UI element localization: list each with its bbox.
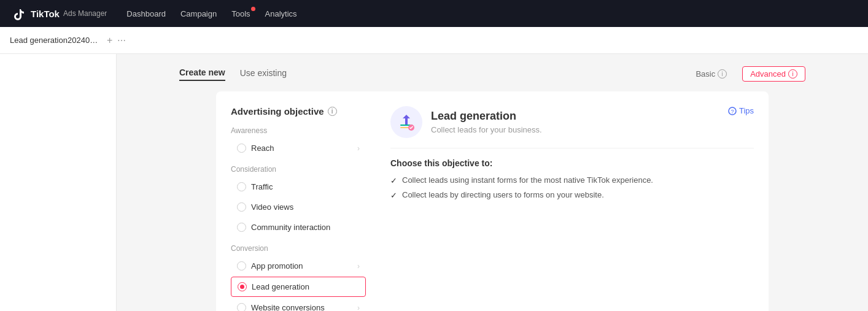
basic-label: Basic [696, 69, 715, 79]
advanced-label: Advanced [750, 69, 786, 79]
radio-website-conversions [237, 303, 246, 311]
nav-tools[interactable]: Tools [231, 9, 250, 18]
nav-links: Dashboard Campaign Tools Analytics [126, 9, 296, 18]
chevron-website-conversions: › [357, 304, 360, 312]
check-text-1: Collect leads using instant forms for th… [402, 175, 653, 185]
checklist-item-2: ✓ Collect leads by directing users to fo… [390, 190, 754, 200]
objective-panel-title: Advertising objective i [231, 106, 366, 117]
radio-video-views [237, 202, 246, 212]
svg-rect-3 [400, 127, 409, 128]
brand-logo: TikTok Ads Manager [10, 5, 107, 22]
nav-dashboard[interactable]: Dashboard [126, 9, 166, 18]
brand-subtitle: Ads Manager [63, 9, 107, 18]
section-conversion: Conversion [231, 244, 366, 253]
radio-lead-generation [238, 282, 247, 291]
nav-campaign[interactable]: Campaign [180, 9, 217, 18]
lead-gen-icon [390, 106, 422, 138]
objective-card: Advertising objective i Awareness Reach … [216, 91, 769, 311]
chevron-app-promotion: › [357, 262, 360, 271]
chevron-reach: › [357, 144, 360, 153]
tiktok-icon [10, 5, 27, 22]
basic-info-icon[interactable]: i [718, 69, 727, 79]
objective-panel: Advertising objective i Awareness Reach … [231, 106, 366, 311]
basic-mode-button[interactable]: Basic i [688, 66, 735, 82]
detail-header: Lead generation Collect leads for your b… [390, 106, 754, 138]
mode-tabs: Create new Use existing [179, 67, 287, 81]
tips-button[interactable]: ? Tips [728, 106, 754, 115]
main-layout: Create new Use existing Basic i Advanced… [0, 54, 868, 311]
tips-label: Tips [739, 106, 754, 115]
objective-lead-generation[interactable]: Lead generation [231, 277, 366, 297]
objective-reach[interactable]: Reach › [231, 139, 366, 158]
brand-name: TikTok [31, 9, 60, 19]
sidebar [0, 54, 117, 311]
content-area: Create new Use existing Basic i Advanced… [117, 54, 868, 311]
mode-selector: Create new Use existing Basic i Advanced… [155, 66, 830, 91]
objective-app-promotion[interactable]: App promotion › [231, 256, 366, 275]
advanced-mode-button[interactable]: Advanced i [742, 66, 805, 82]
section-awareness: Awareness [231, 126, 366, 135]
checklist-item-1: ✓ Collect leads using instant forms for … [390, 175, 754, 185]
choose-title: Choose this objective to: [390, 158, 754, 168]
tab-use-existing[interactable]: Use existing [240, 68, 287, 80]
mode-right: Basic i Advanced i [688, 66, 805, 82]
tools-badge [251, 7, 255, 11]
objective-info-icon[interactable]: i [328, 107, 337, 116]
objective-video-views[interactable]: Video views [231, 198, 366, 217]
radio-reach [237, 144, 246, 153]
campaign-title: Lead generation2024052... [10, 36, 102, 45]
check-text-2: Collect leads by directing users to form… [402, 190, 604, 199]
check-icon-2: ✓ [390, 191, 397, 200]
detail-panel: Lead generation Collect leads for your b… [390, 106, 754, 311]
radio-app-promotion [237, 261, 246, 271]
objective-community-interaction[interactable]: Community interaction [231, 218, 366, 237]
divider [390, 148, 754, 148]
svg-text:?: ? [730, 109, 734, 115]
detail-title: Lead generation [431, 110, 542, 123]
add-tab-button[interactable]: + [107, 35, 112, 46]
advanced-info-icon[interactable]: i [788, 69, 797, 79]
top-navigation: TikTok Ads Manager Dashboard Campaign To… [0, 0, 868, 27]
radio-community-interaction [237, 223, 246, 232]
nav-analytics[interactable]: Analytics [265, 9, 297, 18]
objective-traffic[interactable]: Traffic [231, 177, 366, 196]
check-icon-1: ✓ [390, 176, 397, 185]
detail-subtitle: Collect leads for your business. [431, 125, 542, 134]
section-consideration: Consideration [231, 165, 366, 174]
subbar: Lead generation2024052... + ⋯ [0, 27, 868, 54]
tab-create-new[interactable]: Create new [179, 67, 225, 81]
tips-icon: ? [728, 107, 737, 115]
radio-traffic [237, 182, 246, 191]
more-options-button[interactable]: ⋯ [117, 36, 126, 45]
objective-website-conversions[interactable]: Website conversions › [231, 298, 366, 311]
